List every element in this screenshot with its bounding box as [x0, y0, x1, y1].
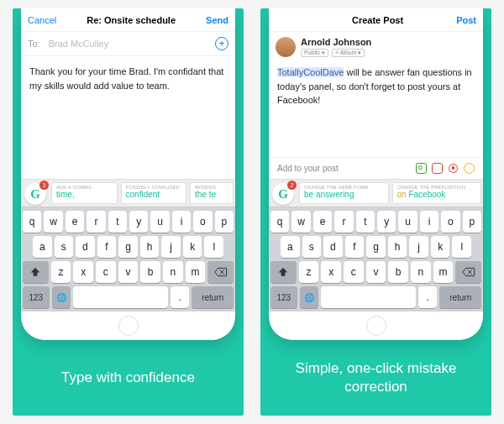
return-key[interactable]: return — [192, 286, 234, 308]
key-e[interactable]: e — [66, 211, 84, 233]
key-r[interactable]: r — [334, 211, 353, 233]
add-to-post-row[interactable]: Add to your post ⦿ — [269, 157, 483, 179]
key-b[interactable]: b — [388, 261, 408, 283]
photo-icon[interactable] — [416, 163, 427, 174]
key-t[interactable]: t — [356, 211, 375, 233]
key-u[interactable]: u — [398, 211, 417, 233]
key-w[interactable]: w — [291, 211, 310, 233]
key-u[interactable]: u — [150, 211, 169, 233]
key-f[interactable]: f — [97, 236, 117, 258]
key-v[interactable]: v — [118, 261, 139, 283]
key-y[interactable]: y — [129, 211, 148, 233]
suggestion-3[interactable]: MISSING the te — [190, 182, 234, 204]
key-j[interactable]: j — [409, 236, 428, 258]
shift-key[interactable] — [270, 261, 297, 283]
key-o[interactable]: o — [193, 211, 212, 233]
video-icon[interactable] — [432, 163, 443, 174]
key-t[interactable]: t — [108, 211, 127, 233]
key-d[interactable]: d — [76, 236, 95, 258]
key-g[interactable]: g — [118, 236, 138, 258]
suggestion-2[interactable]: CHANGE THE PREPOSITION on Facebook — [392, 182, 482, 204]
key-w[interactable]: w — [44, 211, 62, 233]
post-body[interactable]: TotallyCoolDave will be answer fan quest… — [269, 62, 483, 114]
key-r[interactable]: r — [87, 211, 105, 233]
key-e[interactable]: e — [313, 211, 332, 233]
location-icon[interactable]: ⦿ — [448, 163, 459, 174]
key-c[interactable]: c — [344, 261, 364, 283]
emoji-icon[interactable] — [464, 163, 475, 174]
email-nav: Cancel Re: Onsite schedule Send — [21, 8, 235, 32]
email-body[interactable]: Thank you for your time Brad. I'm confid… — [21, 56, 235, 101]
period-key[interactable]: . — [418, 286, 438, 308]
key-l[interactable]: l — [452, 236, 471, 258]
post-button[interactable]: Post — [456, 15, 476, 25]
cancel-button[interactable]: Cancel — [28, 15, 56, 25]
return-key[interactable]: return — [439, 286, 481, 308]
audience-selector[interactable]: Public ▾ — [301, 49, 328, 57]
key-j[interactable]: j — [161, 236, 181, 258]
add-recipient-icon[interactable]: + — [215, 37, 228, 50]
suggestion-1[interactable]: ADD A COMMA time, — [51, 182, 118, 204]
post-nav-title: Create Post — [352, 15, 403, 25]
backspace-key[interactable] — [455, 261, 481, 283]
to-field-row[interactable]: To: Brad McCulley + — [21, 32, 235, 56]
key-m[interactable]: m — [433, 261, 454, 283]
key-p[interactable]: p — [463, 211, 481, 233]
key-k[interactable]: k — [183, 236, 202, 258]
key-k[interactable]: k — [431, 236, 450, 258]
key-h[interactable]: h — [140, 236, 160, 258]
key-m[interactable]: m — [186, 261, 206, 283]
shift-key[interactable] — [23, 261, 49, 283]
key-y[interactable]: y — [377, 211, 396, 233]
key-x[interactable]: x — [321, 261, 341, 283]
caption-left: Type with confidence — [13, 340, 244, 416]
send-button[interactable]: Send — [206, 15, 228, 25]
globe-key[interactable]: 🌐 — [52, 286, 71, 308]
key-a[interactable]: a — [33, 236, 52, 258]
globe-key[interactable]: 🌐 — [300, 286, 319, 308]
grammarly-badge[interactable]: G3 — [24, 183, 46, 205]
key-p[interactable]: p — [215, 211, 234, 233]
key-f[interactable]: f — [345, 236, 365, 258]
numbers-key[interactable]: 123 — [23, 286, 50, 308]
home-button[interactable] — [118, 316, 139, 336]
key-z[interactable]: z — [51, 261, 71, 283]
numbers-key[interactable]: 123 — [270, 286, 297, 308]
home-area — [21, 311, 235, 340]
key-s[interactable]: s — [55, 236, 74, 258]
backspace-key[interactable] — [207, 261, 234, 283]
period-key[interactable]: . — [171, 286, 190, 308]
key-n[interactable]: n — [163, 261, 183, 283]
key-h[interactable]: h — [388, 236, 407, 258]
key-c[interactable]: c — [96, 261, 116, 283]
key-n[interactable]: n — [411, 261, 431, 283]
spacebar-key[interactable] — [73, 286, 168, 308]
key-v[interactable]: v — [366, 261, 386, 283]
mention-highlight[interactable]: TotallyCoolDave — [277, 67, 344, 77]
suggestion-2[interactable]: POSSIBLY CONFUSED WORD confident — [121, 182, 187, 204]
spacebar-key[interactable] — [321, 286, 416, 308]
key-z[interactable]: z — [299, 261, 319, 283]
screenshot-right: Create Post Post Arnold Johnson Public ▾… — [260, 8, 491, 416]
key-o[interactable]: o — [441, 211, 459, 233]
avatar[interactable] — [276, 37, 296, 57]
key-d[interactable]: d — [323, 236, 343, 258]
key-q[interactable]: q — [23, 211, 41, 233]
error-count-badge: 2 — [287, 181, 297, 190]
key-q[interactable]: q — [270, 211, 289, 233]
key-a[interactable]: a — [281, 236, 300, 258]
key-b[interactable]: b — [140, 261, 160, 283]
home-button[interactable] — [366, 316, 386, 336]
phone-frame: Cancel Re: Onsite schedule Send To: Brad… — [21, 8, 235, 340]
grammarly-suggestion-bar: G2 CHANGE THE VERB FORM be answering CHA… — [269, 179, 483, 207]
key-l[interactable]: l — [204, 236, 223, 258]
key-i[interactable]: i — [420, 211, 438, 233]
album-selector[interactable]: + Album ▾ — [332, 49, 365, 57]
key-i[interactable]: i — [172, 211, 191, 233]
suggestion-1[interactable]: CHANGE THE VERB FORM be answering — [299, 182, 389, 204]
key-s[interactable]: s — [302, 236, 322, 258]
key-g[interactable]: g — [366, 236, 386, 258]
key-x[interactable]: x — [73, 261, 93, 283]
caption-right: Simple, one-click mistake correction — [260, 340, 491, 416]
grammarly-badge[interactable]: G2 — [272, 183, 294, 205]
